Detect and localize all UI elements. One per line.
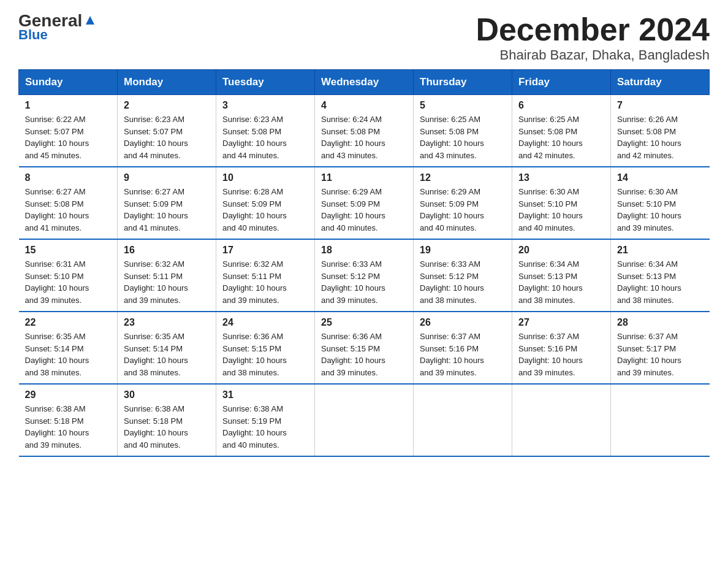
day-info: Sunrise: 6:35 AM Sunset: 5:14 PM Dayligh… <box>25 331 112 378</box>
day-number: 2 <box>124 100 210 111</box>
header-saturday: Saturday <box>611 70 710 95</box>
day-number: 6 <box>518 100 604 111</box>
calendar-cell: 8Sunrise: 6:27 AM Sunset: 5:08 PM Daylig… <box>19 167 118 239</box>
calendar-cell: 23Sunrise: 6:35 AM Sunset: 5:14 PM Dayli… <box>118 312 216 384</box>
day-number: 19 <box>420 245 506 256</box>
day-number: 27 <box>518 317 604 328</box>
day-info: Sunrise: 6:34 AM Sunset: 5:13 PM Dayligh… <box>617 258 703 306</box>
day-number: 10 <box>222 172 308 183</box>
day-number: 5 <box>420 100 506 111</box>
day-number: 20 <box>518 245 604 256</box>
calendar-cell: 2Sunrise: 6:23 AM Sunset: 5:07 PM Daylig… <box>118 95 216 167</box>
calendar-cell: 12Sunrise: 6:29 AM Sunset: 5:09 PM Dayli… <box>414 167 512 239</box>
page-header: General Blue December 2024 Bhairab Bazar… <box>18 12 710 63</box>
month-year-title: December 2024 <box>476 12 710 47</box>
day-info: Sunrise: 6:23 AM Sunset: 5:08 PM Dayligh… <box>222 113 308 161</box>
day-number: 28 <box>617 317 703 328</box>
svg-marker-0 <box>86 16 94 25</box>
week-row-2: 8Sunrise: 6:27 AM Sunset: 5:08 PM Daylig… <box>19 167 710 239</box>
calendar-cell <box>611 384 710 456</box>
day-number: 7 <box>617 100 703 111</box>
day-info: Sunrise: 6:26 AM Sunset: 5:08 PM Dayligh… <box>617 113 703 161</box>
location-subtitle: Bhairab Bazar, Dhaka, Bangladesh <box>476 47 710 63</box>
calendar-cell: 19Sunrise: 6:33 AM Sunset: 5:12 PM Dayli… <box>414 239 512 312</box>
day-info: Sunrise: 6:36 AM Sunset: 5:15 PM Dayligh… <box>321 331 407 378</box>
day-number: 9 <box>124 172 210 183</box>
day-number: 21 <box>617 245 703 256</box>
day-number: 17 <box>222 245 308 256</box>
day-info: Sunrise: 6:34 AM Sunset: 5:13 PM Dayligh… <box>518 258 604 306</box>
header-row: SundayMondayTuesdayWednesdayThursdayFrid… <box>19 70 710 95</box>
calendar-cell <box>315 384 414 456</box>
day-number: 11 <box>321 172 407 183</box>
day-info: Sunrise: 6:25 AM Sunset: 5:08 PM Dayligh… <box>518 113 604 161</box>
day-number: 24 <box>222 317 308 328</box>
calendar-cell <box>414 384 512 456</box>
day-info: Sunrise: 6:36 AM Sunset: 5:15 PM Dayligh… <box>222 331 308 378</box>
calendar-cell: 15Sunrise: 6:31 AM Sunset: 5:10 PM Dayli… <box>19 239 118 312</box>
logo-blue: Blue <box>18 27 48 43</box>
logo: General Blue <box>18 12 97 43</box>
header-sunday: Sunday <box>19 70 118 95</box>
day-number: 12 <box>420 172 506 183</box>
day-info: Sunrise: 6:37 AM Sunset: 5:16 PM Dayligh… <box>518 331 604 378</box>
calendar-cell: 16Sunrise: 6:32 AM Sunset: 5:11 PM Dayli… <box>118 239 216 312</box>
day-number: 23 <box>124 317 210 328</box>
logo-triangle-icon <box>83 13 97 27</box>
calendar-cell: 11Sunrise: 6:29 AM Sunset: 5:09 PM Dayli… <box>315 167 414 239</box>
calendar-cell: 29Sunrise: 6:38 AM Sunset: 5:18 PM Dayli… <box>19 384 118 456</box>
calendar-cell: 30Sunrise: 6:38 AM Sunset: 5:18 PM Dayli… <box>118 384 216 456</box>
day-number: 26 <box>420 317 506 328</box>
day-info: Sunrise: 6:30 AM Sunset: 5:10 PM Dayligh… <box>518 186 604 234</box>
day-number: 29 <box>25 389 112 400</box>
day-info: Sunrise: 6:38 AM Sunset: 5:18 PM Dayligh… <box>124 403 210 451</box>
calendar-cell: 1Sunrise: 6:22 AM Sunset: 5:07 PM Daylig… <box>19 95 118 167</box>
day-info: Sunrise: 6:28 AM Sunset: 5:09 PM Dayligh… <box>222 186 308 234</box>
calendar-cell: 9Sunrise: 6:27 AM Sunset: 5:09 PM Daylig… <box>118 167 216 239</box>
calendar-cell: 24Sunrise: 6:36 AM Sunset: 5:15 PM Dayli… <box>216 312 315 384</box>
day-number: 31 <box>222 389 308 400</box>
calendar-cell: 21Sunrise: 6:34 AM Sunset: 5:13 PM Dayli… <box>611 239 710 312</box>
day-info: Sunrise: 6:33 AM Sunset: 5:12 PM Dayligh… <box>321 258 407 306</box>
day-info: Sunrise: 6:25 AM Sunset: 5:08 PM Dayligh… <box>420 113 506 161</box>
day-info: Sunrise: 6:32 AM Sunset: 5:11 PM Dayligh… <box>124 258 210 306</box>
day-info: Sunrise: 6:38 AM Sunset: 5:18 PM Dayligh… <box>25 403 112 451</box>
day-number: 13 <box>518 172 604 183</box>
day-info: Sunrise: 6:37 AM Sunset: 5:16 PM Dayligh… <box>420 331 506 378</box>
calendar-cell: 18Sunrise: 6:33 AM Sunset: 5:12 PM Dayli… <box>315 239 414 312</box>
day-number: 30 <box>124 389 210 400</box>
calendar-cell: 25Sunrise: 6:36 AM Sunset: 5:15 PM Dayli… <box>315 312 414 384</box>
day-info: Sunrise: 6:24 AM Sunset: 5:08 PM Dayligh… <box>321 113 407 161</box>
calendar-table: SundayMondayTuesdayWednesdayThursdayFrid… <box>18 69 710 457</box>
day-info: Sunrise: 6:30 AM Sunset: 5:10 PM Dayligh… <box>617 186 703 234</box>
calendar-cell: 26Sunrise: 6:37 AM Sunset: 5:16 PM Dayli… <box>414 312 512 384</box>
header-wednesday: Wednesday <box>315 70 414 95</box>
week-row-3: 15Sunrise: 6:31 AM Sunset: 5:10 PM Dayli… <box>19 239 710 312</box>
calendar-cell: 7Sunrise: 6:26 AM Sunset: 5:08 PM Daylig… <box>611 95 710 167</box>
week-row-4: 22Sunrise: 6:35 AM Sunset: 5:14 PM Dayli… <box>19 312 710 384</box>
day-info: Sunrise: 6:32 AM Sunset: 5:11 PM Dayligh… <box>222 258 308 306</box>
calendar-cell: 6Sunrise: 6:25 AM Sunset: 5:08 PM Daylig… <box>512 95 611 167</box>
day-info: Sunrise: 6:29 AM Sunset: 5:09 PM Dayligh… <box>321 186 407 234</box>
day-info: Sunrise: 6:38 AM Sunset: 5:19 PM Dayligh… <box>222 403 308 451</box>
header-friday: Friday <box>512 70 611 95</box>
calendar-header: SundayMondayTuesdayWednesdayThursdayFrid… <box>19 70 710 95</box>
calendar-cell: 27Sunrise: 6:37 AM Sunset: 5:16 PM Dayli… <box>512 312 611 384</box>
day-number: 14 <box>617 172 703 183</box>
day-number: 18 <box>321 245 407 256</box>
day-number: 3 <box>222 100 308 111</box>
calendar-cell: 3Sunrise: 6:23 AM Sunset: 5:08 PM Daylig… <box>216 95 315 167</box>
day-number: 8 <box>25 172 112 183</box>
header-tuesday: Tuesday <box>216 70 315 95</box>
day-number: 15 <box>25 245 112 256</box>
day-number: 25 <box>321 317 407 328</box>
day-number: 22 <box>25 317 112 328</box>
day-number: 4 <box>321 100 407 111</box>
calendar-cell: 28Sunrise: 6:37 AM Sunset: 5:17 PM Dayli… <box>611 312 710 384</box>
day-info: Sunrise: 6:22 AM Sunset: 5:07 PM Dayligh… <box>25 113 112 161</box>
day-info: Sunrise: 6:33 AM Sunset: 5:12 PM Dayligh… <box>420 258 506 306</box>
day-info: Sunrise: 6:23 AM Sunset: 5:07 PM Dayligh… <box>124 113 210 161</box>
header-monday: Monday <box>118 70 216 95</box>
day-number: 1 <box>25 100 112 111</box>
calendar-cell: 20Sunrise: 6:34 AM Sunset: 5:13 PM Dayli… <box>512 239 611 312</box>
